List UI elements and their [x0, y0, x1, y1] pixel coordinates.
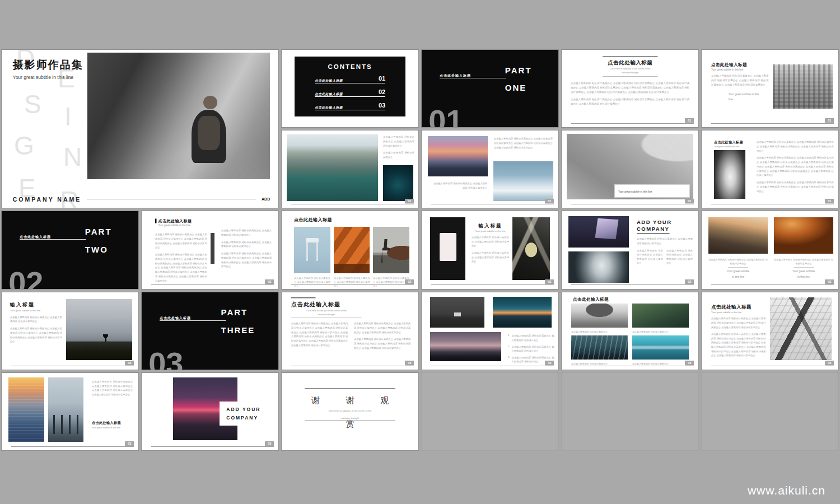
divider — [87, 199, 256, 199]
slide-text-two-col-2[interactable]: 点击此处输入标题 Click here to add you to the ce… — [281, 292, 419, 370]
slide-cover[interactable]: D E S I G N E R 摄影师作品集 Your great subtit… — [1, 49, 279, 208]
slide-text-city[interactable]: 点击此处输入标题 Your great subtitle in this lin… — [701, 49, 839, 128]
slide-text-two-col[interactable]: 点击此处输入标题 Your great subtitle in this lin… — [141, 211, 279, 289]
photo-caption: 点击输入替换内容 轻松设计高效办公 点击输入图表内容 轻松设计实用办公 — [334, 276, 370, 289]
body-text: 点击输入替换内容 轻松设计高效办公 点击输入图表内容 轻松设计实用办公 点击输入… — [10, 326, 62, 344]
page-number: 03 — [685, 361, 694, 366]
page-number: 02 — [545, 279, 554, 284]
body-copy: 点击输入替换内容 轻松设计高效办公 点击输入图表内容 轻松设计实用办公 点击输入… — [571, 81, 689, 109]
thanks-text-row: 谢谢观 — [305, 389, 395, 406]
slide-add-company[interactable]: ADD YOUR COMPANY 点击输入替换内容 轻松设计高效办公 点击输入图… — [561, 211, 699, 289]
page-number: 01 — [405, 199, 414, 204]
photo-steel-escalator — [770, 297, 832, 360]
slide-field-tree[interactable]: 输入标题 Your great subtitle in this line 点击… — [1, 292, 139, 370]
part-name: PARTONE — [505, 62, 532, 97]
photo-coast-sunset — [708, 217, 768, 254]
slide-heading: 点击此处输入标题 Your great subtitle in this lin… — [155, 218, 230, 227]
slide-waterfall-text[interactable]: 点击此处输入标题 Your great subtitle in this lin… — [701, 130, 839, 208]
body-text: 点击输入替换内容 轻松设计高效办公 点击输入图表内容 轻松设计实用办公 — [383, 135, 414, 148]
page-footer: 01 — [711, 204, 834, 204]
slide-subtitle-en: narrative thought — [570, 71, 690, 74]
page-footer: 03 — [151, 446, 274, 447]
page-footer: 01 — [571, 123, 694, 124]
photo-caption: Your great subtitle in this line — [618, 190, 652, 193]
body-copy: 点击输入替换内容 轻松设计高效办公 点击输入图表内容 轻松设计实用办公 点击输入… — [291, 321, 348, 350]
slide-heading: 点击此处输入标题 Your great subtitle in this lin… — [92, 421, 133, 429]
page-number: 01 — [825, 118, 834, 123]
slide-subtitle-en: narrative thought — [291, 312, 362, 316]
slide-part-three[interactable]: 点击此处输入标题 PARTTHREE 03 — [141, 292, 279, 370]
page-number: 01 — [685, 199, 694, 204]
part-label: 点击此处输入标题 — [160, 315, 227, 321]
hiker-backpack — [198, 116, 220, 150]
photo-wooden-chair — [373, 227, 409, 273]
slide-contents[interactable]: CONTENTS 点击此处输入标题 01 点击此处输入标题 02 点击此处输入标… — [281, 49, 419, 128]
slide-mountain-lake[interactable]: 点击输入替换内容 轻松设计高效办公 点击输入图表内容 轻松设计实用办公 点击输入… — [281, 130, 419, 208]
slide-subtitle-en: Your great subtitle in this line — [714, 145, 755, 147]
body-text: 点击输入替换内容 轻松设计高效办公 点击输入图表内容 轻松设计实用办公 点击输入… — [757, 180, 834, 193]
photo-attic-window — [512, 217, 550, 280]
body-text: 点击输入替换内容 轻松设计高效办公 点击输入图表内容 轻松设计实用办公 点击输入… — [494, 137, 553, 150]
page-footer: 03 — [571, 366, 694, 366]
slide-sunset-company[interactable]: ADD YOUR COMPANY 03 — [141, 372, 279, 451]
slide-text-centered[interactable]: 点击此处输入标题 Click here to add you to the ce… — [561, 49, 699, 128]
slide-dark-sea[interactable]: 1.点击输入图表内容 轻松设计高效办公 输入图表内容 轻松设计办公 2.点击输入… — [421, 292, 559, 370]
photo-hiker-fjord — [87, 53, 270, 179]
photo-snow-ridge — [493, 161, 553, 200]
part-number: 03 — [148, 351, 183, 370]
body-copy: 点击输入替换内容 轻松设计高效办公 点击输入图表内容 轻松设计实用办公 点击输入… — [354, 321, 410, 353]
photo-snowy-street — [571, 304, 628, 328]
body-copy: 点击输入替换内容 轻松设计高效办公 点击输入图表内容 轻松设计实用办公 点击输入… — [221, 228, 272, 272]
body-text: 点击输入替换内容 轻松设计高效办公 点击输入图表内容 轻松设计实用办公 — [431, 181, 487, 190]
slide-thank-you[interactable]: 谢谢观 Click here to add you to the center … — [281, 372, 419, 451]
page-footer: 02 — [11, 366, 134, 366]
stool-seat — [306, 238, 319, 242]
photo-caption-block: 点击输入替换内容 轻松设计高效办公 点击输入图表内容 轻松设计实用办公 Your… — [774, 258, 833, 279]
slide-photo-pair-canyon[interactable]: 点击输入替换内容 轻松设计高效办公 点击输入图表内容 轻松设计实用办公 Your… — [701, 211, 839, 289]
body-text: 点击输入替换内容 轻松设计高效办公 点击输入图表内容 轻松设计实用办公 点击输入… — [757, 140, 834, 153]
page-footer: 02 — [431, 284, 554, 285]
slide-title: 点击此处输入标题 — [573, 297, 655, 302]
body-copy: 点击输入替换内容 轻松设计高效办公 点击输入图表内容 轻松设计实用办公 点击输入… — [757, 140, 834, 196]
slide-aerial-city[interactable]: Your great subtitle in this line 01 — [561, 130, 699, 208]
chair-silhouette — [381, 239, 391, 263]
page-number: 02 — [125, 361, 134, 366]
slide-part-one[interactable]: 点击此处输入标题 PARTONE 01 — [421, 49, 559, 128]
slide-sunset-snow[interactable]: 点击输入替换内容 轻松设计高效办公 点击输入图表内容 轻松设计实用办公 点击输入… — [421, 130, 559, 208]
contents-item-number: 02 — [379, 88, 385, 95]
slide-three-photos-furniture[interactable]: 点击此处输入标题 点击输入替换内容 轻松设计高效办公 点击输入图表内容 轻松设计… — [281, 211, 419, 289]
contents-item-label: 点击此处输入标题 — [315, 92, 343, 97]
thanks-block: 谢谢观 Click here to add you to the center … — [305, 388, 395, 430]
page-number: 02 — [685, 279, 694, 284]
body-text: 点击输入替换内容 轻松设计高效办公 点击输入图表内容 轻松设计实用办公 点击输入… — [221, 251, 272, 269]
contents-item[interactable]: 点击此处输入标题 02 — [315, 88, 386, 97]
divider — [603, 56, 658, 57]
page-number: 01 — [545, 199, 554, 204]
slide-steel-structure[interactable]: 点击此处输入标题 Your great subtitle in this lin… — [701, 292, 839, 370]
photo-caption: 点击输入替换内容 轻松设计高效办公 点击输入图表内容 轻松设计实用办公 — [373, 276, 409, 289]
page-number: 01 — [825, 199, 834, 204]
body-copy: ADD YOUR COMPANY 点击输入替换内容 轻松设计高效办公 点击输入图… — [637, 219, 693, 268]
contents-title: CONTENTS — [328, 63, 372, 70]
body-text: 点击输入替换内容 轻松设计高效办公 点击输入图表内容 轻松设计实用办公 点击输入… — [354, 337, 410, 350]
thanks-subtitle-en: Click here to add you to the center of t… — [305, 409, 395, 412]
divider — [291, 318, 362, 318]
divider — [603, 76, 658, 77]
contents-item[interactable]: 点击此处输入标题 03 — [315, 102, 386, 110]
photo-typewriter — [430, 217, 465, 280]
contents-item-number: 03 — [379, 102, 385, 109]
slide-part-two[interactable]: 点击此处输入标题 PARTTWO 02 — [1, 211, 139, 289]
divider — [728, 267, 748, 268]
slide-four-photo-grid[interactable]: 点击此处输入标题 点击输入图表内容 轻松设计高效办公 点击输入图表内容 轻松设计… — [561, 292, 699, 370]
slide-typewriter-attic[interactable]: 输入标题 Your great subtitle in this line 点击… — [421, 211, 559, 289]
company-title-line1: ADD YOUR — [226, 407, 269, 412]
add-label: ADD — [262, 197, 270, 201]
slide-title: 点击此处输入标题 — [294, 217, 376, 223]
photo-city-skyline — [773, 64, 833, 109]
contents-item[interactable]: 点击此处输入标题 01 — [315, 75, 386, 83]
slide-sea-pier[interactable]: 点击输入替换内容 轻松设计高效办公 点击输入图表内容 轻松设计实用办公 点击输入… — [1, 372, 139, 451]
photo-night-tree — [383, 165, 414, 201]
ghost-letter: I — [64, 104, 72, 129]
part-number: 02 — [8, 270, 43, 290]
body-text: 点击输入替换内容 轻松设计高效办公 点击输入图表内容 轻松设计实用办公 点击输入… — [711, 332, 766, 358]
